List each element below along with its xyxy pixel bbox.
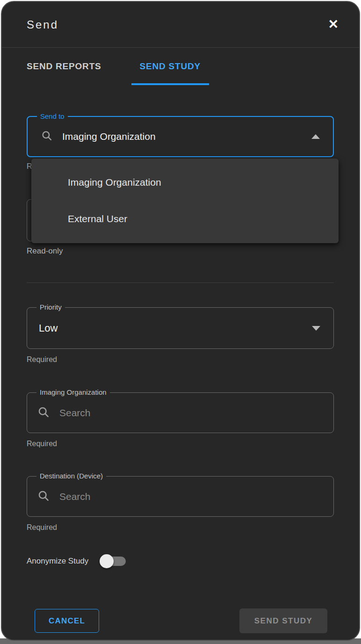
send-dialog: Send ✕ SEND REPORTS SEND STUDY Send to I… bbox=[1, 1, 360, 641]
tab-send-study[interactable]: SEND STUDY bbox=[131, 48, 209, 85]
readonly-helper: Read-only bbox=[27, 246, 334, 256]
toggle-thumb[interactable] bbox=[100, 554, 114, 568]
imaging-organization-search-input[interactable] bbox=[59, 407, 333, 419]
send-to-menu: Imaging Organization External User bbox=[31, 159, 339, 243]
anonymize-label: Anonymize Study bbox=[27, 557, 88, 566]
imaging-organization-helper: Required bbox=[27, 440, 334, 448]
destination-device-field[interactable]: Destination (Device) bbox=[27, 476, 334, 517]
chevron-down-icon[interactable] bbox=[312, 326, 320, 331]
send-to-value: Imaging Organization bbox=[62, 131, 156, 142]
destination-device-helper: Required bbox=[27, 523, 334, 532]
destination-device-search-input[interactable] bbox=[59, 491, 333, 502]
search-icon bbox=[37, 405, 50, 420]
anonymize-toggle[interactable] bbox=[100, 554, 127, 568]
send-study-button[interactable]: SEND STUDY bbox=[239, 608, 327, 633]
tab-send-study-label: SEND STUDY bbox=[140, 61, 201, 72]
imaging-organization-field[interactable]: Imaging Organization bbox=[27, 392, 334, 433]
search-icon bbox=[41, 130, 53, 144]
tab-bar: SEND REPORTS SEND STUDY bbox=[2, 48, 359, 85]
close-icon[interactable]: ✕ bbox=[326, 16, 340, 33]
priority-select[interactable]: Priority Low bbox=[27, 307, 334, 349]
menu-item-imaging-organization[interactable]: Imaging Organization bbox=[31, 164, 339, 201]
imaging-organization-label: Imaging Organization bbox=[36, 388, 110, 396]
dialog-header: Send ✕ bbox=[2, 2, 359, 48]
destination-device-label: Destination (Device) bbox=[36, 472, 106, 480]
cancel-button[interactable]: CANCEL bbox=[35, 609, 99, 633]
dialog-actions: CANCEL SEND STUDY bbox=[27, 608, 334, 633]
priority-value: Low bbox=[39, 322, 58, 334]
chevron-up-icon[interactable] bbox=[311, 134, 320, 139]
send-to-label: Send to bbox=[37, 112, 68, 120]
active-tab-indicator bbox=[131, 83, 209, 85]
search-icon bbox=[37, 489, 50, 504]
tab-send-reports[interactable]: SEND REPORTS bbox=[27, 48, 101, 85]
send-to-select[interactable]: Send to Imaging Organization bbox=[27, 116, 334, 157]
menu-item-external-user[interactable]: External User bbox=[31, 201, 339, 237]
anonymize-row: Anonymize Study bbox=[27, 554, 334, 568]
dialog-title: Send bbox=[27, 18, 58, 31]
section-divider bbox=[27, 282, 334, 283]
priority-label: Priority bbox=[36, 303, 65, 311]
priority-helper: Required bbox=[27, 355, 334, 364]
